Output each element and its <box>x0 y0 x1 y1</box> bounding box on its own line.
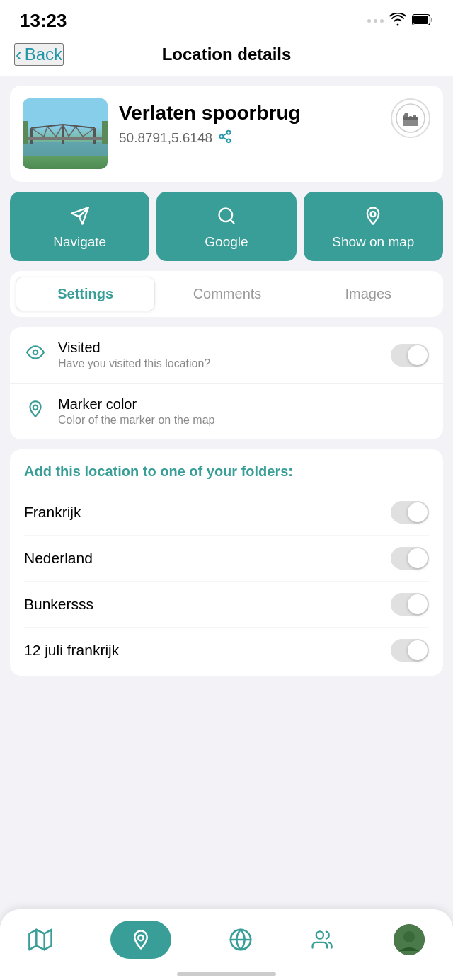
visited-row: Visited Have you visited this location? <box>10 327 443 384</box>
svg-point-35 <box>33 350 38 355</box>
svg-line-11 <box>47 127 56 137</box>
tab-bar-profile[interactable] <box>394 924 425 955</box>
location-header: Verlaten spoorbrug 50.8791,5.6148 <box>23 98 430 169</box>
show-on-map-label: Show on map <box>332 234 414 250</box>
location-thumbnail <box>23 98 108 169</box>
svg-rect-29 <box>403 117 418 120</box>
folders-title: Add this location to one of your folders… <box>24 463 429 480</box>
wifi-icon <box>389 13 406 29</box>
show-on-map-icon <box>363 206 383 229</box>
folder-row-12julifrankrijk: 12 juli frankrijk <box>24 628 429 673</box>
folder-name-12julifrankrijk: 12 juli frankrijk <box>24 642 119 659</box>
tab-bar-group[interactable] <box>311 928 336 952</box>
tab-settings[interactable]: Settings <box>16 277 155 311</box>
marker-color-icon <box>24 400 47 423</box>
coords-text: 50.8791,5.6148 <box>119 130 212 146</box>
marker-color-subtitle: Color of the marker on the map <box>58 414 429 427</box>
share-icon[interactable] <box>218 129 232 147</box>
home-indicator <box>177 972 276 976</box>
svg-line-16 <box>83 128 95 137</box>
svg-rect-18 <box>102 121 108 144</box>
show-on-map-button[interactable]: Show on map <box>304 192 443 261</box>
navigate-label: Navigate <box>53 234 106 250</box>
location-badge <box>391 98 430 138</box>
svg-rect-5 <box>93 128 96 144</box>
svg-line-9 <box>31 128 44 137</box>
location-coords: 50.8791,5.6148 <box>119 129 430 147</box>
tab-images[interactable]: Images <box>299 277 437 311</box>
visited-title: Visited <box>58 340 379 356</box>
folders-card: Add this location to one of your folders… <box>10 449 443 676</box>
marker-color-title: Marker color <box>58 396 429 413</box>
profile-avatar <box>394 924 425 955</box>
google-label: Google <box>205 234 248 250</box>
back-chevron-icon: ‹ <box>16 45 22 64</box>
folder-toggle-bunkersss[interactable] <box>391 593 429 616</box>
visited-text: Visited Have you visited this location? <box>58 340 379 370</box>
bottom-tab-bar <box>0 909 453 980</box>
svg-line-14 <box>69 127 76 137</box>
visited-subtitle: Have you visited this location? <box>58 357 379 370</box>
status-bar: 13:23 <box>0 0 453 38</box>
action-buttons: Navigate Google Show on map <box>10 192 443 261</box>
back-button[interactable]: ‹ Back <box>14 43 64 66</box>
tab-comments[interactable]: Comments <box>158 277 296 311</box>
visited-toggle[interactable] <box>391 344 429 367</box>
folder-name-frankrijk: Frankrijk <box>24 504 81 521</box>
folder-row-nederland: Nederland <box>24 536 429 582</box>
svg-line-33 <box>230 219 234 223</box>
svg-point-40 <box>138 935 144 941</box>
toggle-knob <box>408 345 428 365</box>
svg-line-22 <box>223 137 227 139</box>
signal-dots <box>367 19 384 23</box>
svg-rect-17 <box>23 121 28 144</box>
location-name: Verlaten spoorbrug <box>119 101 430 125</box>
svg-point-45 <box>403 931 415 942</box>
svg-line-15 <box>76 127 83 137</box>
folder-toggle-12julifrankrijk[interactable] <box>391 639 429 662</box>
folder-name-nederland: Nederland <box>24 550 93 567</box>
svg-line-10 <box>44 127 47 137</box>
location-card: Verlaten spoorbrug 50.8791,5.6148 <box>10 86 443 182</box>
folder-name-bunkersss: Bunkersss <box>24 596 93 613</box>
tabs-bar: Settings Comments Images <box>10 271 443 317</box>
svg-marker-37 <box>29 930 51 950</box>
folder-toggle-frankrijk[interactable] <box>391 501 429 524</box>
battery-icon <box>412 14 433 28</box>
folder-row-frankrijk: Frankrijk <box>24 490 429 536</box>
svg-point-34 <box>371 212 376 217</box>
svg-line-8 <box>63 125 95 128</box>
status-icons <box>367 13 433 29</box>
svg-point-36 <box>33 405 38 410</box>
location-info: Verlaten spoorbrug 50.8791,5.6148 <box>119 98 430 147</box>
svg-rect-3 <box>30 128 33 144</box>
google-button[interactable]: Google <box>156 192 296 261</box>
svg-rect-1 <box>413 16 428 24</box>
back-label: Back <box>25 45 62 64</box>
nav-bar: ‹ Back Location details <box>0 38 453 76</box>
marker-color-text: Marker color Color of the marker on the … <box>58 396 429 427</box>
svg-rect-2 <box>23 142 108 156</box>
settings-card: Visited Have you visited this location? … <box>10 327 443 439</box>
google-icon <box>217 206 236 229</box>
svg-rect-6 <box>23 137 108 140</box>
tab-bar-map[interactable] <box>28 928 52 952</box>
tab-bar-location[interactable] <box>110 921 171 959</box>
svg-point-43 <box>316 931 323 938</box>
marker-color-row[interactable]: Marker color Color of the marker on the … <box>10 384 443 439</box>
tab-bar-globe[interactable] <box>229 928 253 952</box>
svg-line-23 <box>223 133 227 135</box>
folder-row-bunkersss: Bunkersss <box>24 582 429 628</box>
eye-icon <box>24 343 47 367</box>
nav-title: Location details <box>162 45 292 64</box>
folder-toggle-nederland[interactable] <box>391 547 429 570</box>
status-time: 13:23 <box>20 10 67 32</box>
navigate-button[interactable]: Navigate <box>10 192 149 261</box>
navigate-icon <box>70 206 90 229</box>
